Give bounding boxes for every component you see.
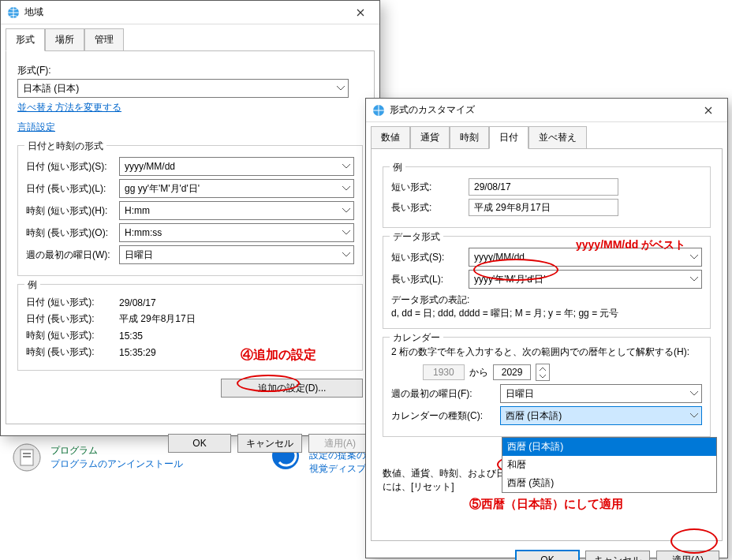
tab-date[interactable]: 日付 [489,126,528,149]
caltype-option-wareki[interactable]: 和暦 [502,456,716,474]
cf-longfmt-lbl: 長い形式(L): [391,273,462,286]
short-time-val: H:mm [125,205,150,216]
cf-shortfmt-val: yyyy/MM/dd [474,252,525,263]
region-window: 地域 形式 場所 管理 形式(F): 日本語 (日本) 並べ替え方法を変更する … [0,0,380,436]
short-date-combo[interactable]: yyyy/MM/dd [119,157,354,176]
region-panel: 形式(F): 日本語 (日本) 並べ替え方法を変更する 言語設定 日付と時刻の形… [6,50,375,424]
ex-long-date-lbl: 日付 (長い形式): [26,312,113,326]
region-title: 地域 [24,6,345,19]
tab-time[interactable]: 時刻 [450,126,489,149]
short-format-combo[interactable]: yyyy/MM/dd [469,248,702,267]
calendar-type-combo[interactable]: 西暦 (日本語) [500,406,702,425]
short-time-lbl: 時刻 (短い形式)(H): [26,204,113,218]
datetime-group-title: 日付と時刻の形式 [24,140,106,153]
customize-format-window: 形式のカスタマイズ 数値 通貨 時刻 日付 並べ替え 例 短い形式:29/08/… [365,98,728,558]
long-time-val: H:mm:ss [125,227,162,238]
globe-icon [372,104,385,117]
short-time-combo[interactable]: H:mm [119,201,354,220]
cf-syntax-txt: d, dd = 日; ddd, dddd = 曜日; M = 月; y = 年;… [391,307,702,320]
caltype-option-seireki-jp[interactable]: 西暦 (日本語) [502,438,716,456]
first-day-lbl: 週の最初の曜日(W): [26,248,113,262]
cf-firstday-val: 日曜日 [506,387,534,401]
long-time-combo[interactable]: H:mm:ss [119,223,354,242]
chevron-down-icon [690,277,698,282]
year-from: 1930 [423,364,465,380]
cf-caltype-lbl: カレンダーの種類(C): [391,409,494,423]
year-to-input[interactable]: 2029 [493,364,532,380]
ex-short-date-val: 29/08/17 [119,297,156,308]
cf-dataformat-title: データ形式 [390,230,443,244]
first-day-combo[interactable]: 日曜日 [119,245,354,264]
ex-short-time-lbl: 時刻 (短い形式): [26,329,113,342]
long-date-lbl: 日付 (長い形式)(L): [26,182,113,196]
long-date-combo[interactable]: gg yy'年'M'月'd'日' [119,179,354,198]
tab-location[interactable]: 場所 [45,28,84,51]
cf-long-lbl: 長い形式: [391,201,462,215]
ok-button[interactable]: OK [516,551,579,560]
close-button[interactable] [345,2,376,24]
custfmt-tabs: 数値 通貨 時刻 日付 並べ替え [366,122,727,148]
tab-sort[interactable]: 並べ替え [528,126,587,149]
long-format-combo[interactable]: yyyy'年'M'月'd'日' [469,270,702,289]
chevron-down-icon [690,391,698,396]
region-titlebar: 地域 [1,1,379,24]
datetime-group: 日付と時刻の形式 日付 (短い形式)(S): yyyy/MM/dd 日付 (長い… [17,145,363,276]
spin-up-icon[interactable] [536,364,549,372]
lang-link[interactable]: 言語設定 [17,121,55,134]
cf-example-group: 例 短い形式:29/08/17 長い形式:平成 29年8月17日 [383,166,711,228]
long-date-val: gg yy'年'M'月'd'日' [125,182,200,196]
chevron-down-icon [342,186,350,191]
short-date-val: yyyy/MM/dd [125,161,175,172]
cancel-button[interactable]: キャンセル [585,551,650,560]
chevron-down-icon [337,86,345,91]
example-group-title: 例 [24,278,40,292]
close-button[interactable] [693,99,724,121]
first-day-val: 日曜日 [125,248,153,262]
tab-currency[interactable]: 通貨 [410,126,450,149]
cf-longfmt-val: yyyy'年'M'月'd'日' [474,273,545,286]
uninstall-link[interactable]: プログラムのアンインストール [50,457,183,471]
tab-format[interactable]: 形式 [6,28,45,51]
additional-settings-button[interactable]: 追加の設定(D)... [221,379,363,398]
globe-icon [7,6,20,19]
custfmt-titlebar: 形式のカスタマイズ [366,99,727,122]
firstday-combo[interactable]: 日曜日 [500,384,702,403]
chevron-down-icon [342,208,350,213]
calendar-type-dropdown: 西暦 (日本語) 和暦 西暦 (英語) [502,437,717,493]
chevron-down-icon [342,164,350,169]
year-spinner[interactable] [536,364,550,381]
chevron-down-icon [342,252,350,257]
chevron-down-icon [690,413,698,418]
cf-shortfmt-lbl: 短い形式(S): [391,251,462,264]
ex-short-time-val: 15:35 [119,330,143,342]
cf-short-val: 29/08/17 [469,178,618,196]
chevron-down-icon [342,230,350,235]
ok-button[interactable]: OK [168,434,231,453]
cf-caltype-val: 西暦 (日本語) [506,409,562,423]
ex-long-time-val: 15:35:29 [119,347,156,358]
cf-syntax-lbl: データ形式の表記: [391,293,702,307]
format-select[interactable]: 日本語 (日本) [17,79,349,98]
tab-number[interactable]: 数値 [371,126,410,149]
long-time-lbl: 時刻 (長い形式)(O): [26,226,113,240]
region-tabs: 形式 場所 管理 [1,24,379,50]
cf-short-lbl: 短い形式: [391,181,462,194]
custfmt-buttonrow: OK キャンセル 適用(A) [366,546,727,560]
cf-firstday-lbl: 週の最初の曜日(F): [391,387,494,401]
ex-long-time-lbl: 時刻 (長い形式): [26,345,113,359]
region-buttonrow: OK キャンセル 適用(A) [1,429,379,457]
cf-long-val: 平成 29年8月17日 [469,199,618,216]
cancel-button[interactable]: キャンセル [237,434,302,453]
short-date-lbl: 日付 (短い形式)(S): [26,160,113,174]
cf-twodigit-lbl: 2 桁の数字で年を入力すると、次の範囲内での暦年として解釈する(H): [391,345,702,359]
caltype-option-seireki-en[interactable]: 西暦 (英語) [502,474,716,492]
chevron-down-icon [690,255,698,259]
ex-short-date-lbl: 日付 (短い形式): [26,296,113,309]
custfmt-title: 形式のカスタマイズ [390,103,693,117]
ex-long-date-val: 平成 29年8月17日 [119,312,196,326]
spin-down-icon[interactable] [536,372,549,380]
apply-button[interactable]: 適用(A) [308,434,372,453]
sort-link[interactable]: 並べ替え方法を変更する [17,101,121,114]
tab-admin[interactable]: 管理 [84,28,124,51]
apply-button[interactable]: 適用(A) [656,551,719,560]
